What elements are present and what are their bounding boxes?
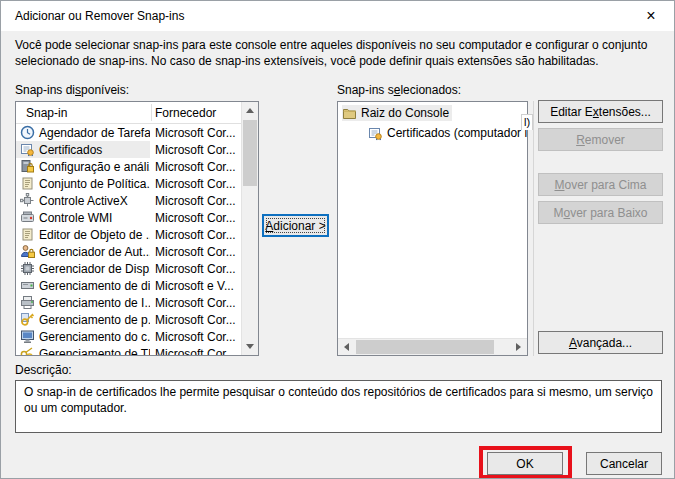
snapin-row[interactable]: Controle ActiveXMicrosoft Cor...: [16, 192, 241, 209]
snapin-name: Gerenciamento do c...: [39, 330, 150, 344]
authorization-icon: [20, 244, 35, 259]
tree-item-label: Certificados (computador local): [387, 126, 527, 140]
tree-item[interactable]: Certificados (computador local): [338, 122, 527, 142]
snapin-row[interactable]: Gerenciamento de TPMMicrosoft Cor...: [16, 345, 241, 355]
vertical-scrollbar[interactable]: [241, 102, 258, 355]
snapin-name: Configuração e análi...: [39, 160, 150, 174]
snapin-vendor: Microsoft e V...: [150, 279, 241, 293]
snapin-row[interactable]: Gerenciador de Aut...Microsoft Cor...: [16, 243, 241, 260]
add-button[interactable]: Adicionar >: [262, 214, 329, 237]
tree-item[interactable]: Raiz do Console: [338, 102, 527, 122]
column-divider: [151, 104, 152, 121]
selected-snapins-label: Snap-ins selecionados:: [337, 83, 461, 97]
snapin-row[interactable]: Gerenciamento de I...Microsoft Cor...: [16, 294, 241, 311]
ok-button[interactable]: OK: [487, 452, 563, 475]
snapin-name: Gerenciamento de I...: [39, 296, 150, 310]
snapin-row[interactable]: Controle WMIMicrosoft Cor...: [16, 209, 241, 226]
scrollbar-thumb[interactable]: [356, 340, 494, 354]
snapin-vendor: Microsoft Cor...: [150, 177, 241, 191]
advanced-button[interactable]: Avançada...: [538, 331, 663, 354]
column-header-snapin[interactable]: Snap-in: [26, 106, 67, 120]
snapin-vendor: Microsoft Cor...: [150, 313, 241, 327]
snapin-name: Controle ActiveX: [39, 194, 128, 208]
scrollbar-thumb[interactable]: [243, 120, 257, 186]
tree-item-label: Raiz do Console: [361, 106, 449, 120]
available-snapins-list: Snap-in Fornecedor Agendador de TarefasM…: [15, 101, 259, 356]
snapin-name: Agendador de Tarefas: [39, 126, 150, 140]
title-bar: Adicionar ou Remover Snap-ins ×: [1, 1, 674, 31]
snapin-row[interactable]: Gerenciamento de di...Microsoft e V...: [16, 277, 241, 294]
move-up-button[interactable]: Mover para Cima: [538, 173, 663, 196]
key-icon: [20, 312, 35, 327]
snapin-vendor: Microsoft Cor...: [150, 228, 241, 242]
snapin-name: Gerenciador de Disp...: [39, 262, 150, 276]
snapin-name: Gerenciamento de p...: [39, 313, 150, 327]
list-header: Snap-in Fornecedor: [16, 102, 241, 124]
column-header-vendor[interactable]: Fornecedor: [155, 106, 216, 120]
snapin-vendor: Microsoft Cor...: [150, 245, 241, 259]
snapin-vendor: Microsoft Cor...: [150, 211, 241, 225]
snapin-vendor: Microsoft Cor...: [150, 143, 241, 157]
snapin-vendor: Microsoft Cor...: [150, 347, 241, 356]
scroll-down-icon[interactable]: [242, 338, 258, 355]
description-label: Descrição:: [15, 363, 72, 377]
folder-icon: [342, 106, 357, 121]
snapin-row[interactable]: Conjunto de Política...Microsoft Cor...: [16, 175, 241, 192]
tooltip-fragment: l): [521, 114, 533, 130]
horizontal-scrollbar[interactable]: [338, 338, 527, 355]
certificate-icon: [20, 142, 35, 157]
close-icon[interactable]: ×: [638, 5, 664, 27]
policy-scroll-icon: [20, 227, 35, 242]
panel-divider: [533, 101, 534, 356]
edit-extensions-button[interactable]: Editar Extensões...: [538, 100, 663, 123]
snapin-vendor: Microsoft Cor...: [150, 160, 241, 174]
snapin-name: Gerenciador de Aut...: [39, 245, 150, 259]
snapin-row[interactable]: Editor de Objeto de ...Microsoft Cor...: [16, 226, 241, 243]
keys-icon: [20, 346, 35, 355]
tree-rows: Raiz do ConsoleCertificados (computador …: [338, 102, 527, 338]
snapin-name: Gerenciamento de di...: [39, 279, 150, 293]
intro-text: Você pode selecionar snap-ins para este …: [15, 37, 663, 69]
snapin-vendor: Microsoft Cor...: [150, 262, 241, 276]
snapin-vendor: Microsoft Cor...: [150, 330, 241, 344]
snapin-name: Controle WMI: [39, 211, 112, 225]
policy-scroll-icon: [20, 176, 35, 191]
snapin-row[interactable]: Agendador de TarefasMicrosoft Cor...: [16, 124, 241, 141]
security-config-icon: [20, 159, 35, 174]
cancel-button[interactable]: Cancelar: [586, 452, 662, 475]
wmi-icon: [20, 210, 35, 225]
add-remove-snapins-dialog: Adicionar ou Remover Snap-ins × Você pod…: [0, 0, 675, 479]
snapin-row[interactable]: CertificadosMicrosoft Cor...: [16, 141, 241, 158]
snapin-rows: Agendador de TarefasMicrosoft Cor...Cert…: [16, 124, 241, 355]
snapin-row[interactable]: Gerenciamento de p...Microsoft Cor...: [16, 311, 241, 328]
snapin-vendor: Microsoft Cor...: [150, 126, 241, 140]
scroll-up-icon[interactable]: [242, 102, 258, 119]
certificate-icon: [368, 126, 383, 141]
dialog-title: Adicionar ou Remover Snap-ins: [15, 9, 184, 23]
snapin-name: Editor de Objeto de ...: [39, 228, 150, 242]
snapin-row[interactable]: Gerenciamento do c...Microsoft Cor...: [16, 328, 241, 345]
snapin-row[interactable]: Configuração e análi...Microsoft Cor...: [16, 158, 241, 175]
selected-snapins-tree: Raiz do ConsoleCertificados (computador …: [337, 101, 528, 356]
snapin-name: Certificados: [39, 143, 102, 157]
snapin-vendor: Microsoft Cor...: [150, 194, 241, 208]
snapin-vendor: Microsoft Cor...: [150, 296, 241, 310]
device-icon: [20, 261, 35, 276]
available-snapins-label: Snap-ins disponíveis:: [15, 83, 129, 97]
snapin-name: Conjunto de Política...: [39, 177, 150, 191]
clock-icon: [20, 125, 35, 140]
computer-icon: [20, 329, 35, 344]
disk-icon: [20, 278, 35, 293]
scroll-left-icon[interactable]: [338, 339, 355, 355]
description-box: O snap-in de certificados lhe permite pe…: [15, 380, 662, 433]
activex-icon: [20, 193, 35, 208]
scroll-right-icon[interactable]: [510, 339, 527, 355]
remove-button[interactable]: Remover: [538, 128, 663, 151]
snapin-name: Gerenciamento de TPM: [39, 347, 150, 356]
snapin-row[interactable]: Gerenciador de Disp...Microsoft Cor...: [16, 260, 241, 277]
printer-icon: [20, 295, 35, 310]
move-down-button[interactable]: Mover para Baixo: [538, 201, 663, 224]
